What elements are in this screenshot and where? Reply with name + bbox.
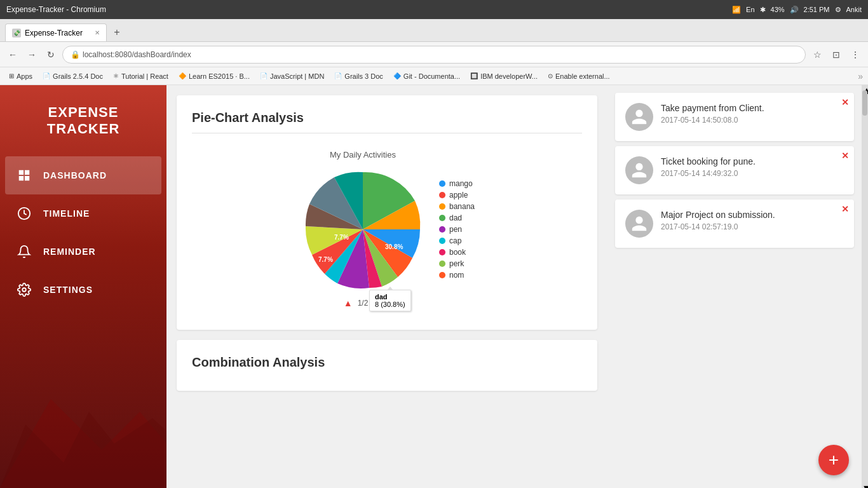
- pie-chart-title: Pie-Chart Analysis: [192, 111, 582, 133]
- bookmark-grails254-label: Grails 2.5.4 Doc: [53, 72, 103, 80]
- browser-titlebar: Expense-Tracker - Chromium 📶 En ✱ 43% 🔊 …: [0, 0, 868, 19]
- bookmark-mdn[interactable]: 📄 JavaScript | MDN: [256, 71, 328, 81]
- bookmark-mdn-label: JavaScript | MDN: [270, 72, 324, 80]
- titlebar-title: Expense-Tracker - Chromium: [6, 5, 106, 14]
- bookmarks-more[interactable]: »: [858, 71, 863, 81]
- new-tab-button[interactable]: +: [107, 24, 127, 41]
- address-bar[interactable]: 🔒 localhost:8080/dashBoard/index: [62, 46, 806, 64]
- legend-label-dad: dad: [449, 214, 462, 222]
- notification-close-3[interactable]: ✕: [841, 205, 849, 214]
- legend-label-apple: apple: [449, 191, 468, 200]
- tab-label: Expense-Tracker: [25, 29, 83, 37]
- browser-toolbar: ← → ↻ 🔒 localhost:8080/dashBoard/index ☆…: [0, 42, 868, 67]
- center-panel: Pie-Chart Analysis My Daily Activities: [166, 85, 607, 488]
- legend-dot-cap: [439, 238, 445, 244]
- pie-tooltip: dad 8 (30.8%): [369, 290, 411, 311]
- battery-indicator: 43%: [771, 6, 785, 13]
- legend-label-book: book: [449, 248, 466, 257]
- pie-chart-container: My Daily Activities: [192, 144, 582, 315]
- legend-dot-banana: [439, 203, 445, 210]
- bookmark-ibm[interactable]: 🔲 IBM developerW...: [466, 71, 541, 81]
- bookmark-es2015[interactable]: 🔶 Learn ES2015 · B...: [175, 71, 254, 81]
- notification-time-3: 2017-05-14 02:57:19.0: [661, 222, 844, 231]
- bookmark-git[interactable]: 🔷 Git - Documenta...: [390, 71, 464, 81]
- back-button[interactable]: ←: [5, 47, 20, 62]
- legend-dot-apple: [439, 192, 445, 198]
- bookmark-grails3[interactable]: 📄 Grails 3 Doc: [330, 71, 387, 81]
- legend-item-book: book: [439, 248, 475, 257]
- sidebar: EXPENSE TRACKER DASHBOARD TIMELINE: [0, 85, 166, 488]
- notification-time-2: 2017-05-14 14:49:32.0: [661, 169, 844, 178]
- legend-item-perk: perk: [439, 259, 475, 268]
- tab-close-button[interactable]: ✕: [95, 29, 100, 36]
- apps-icon: ⊞: [9, 72, 14, 79]
- legend-item-cap: cap: [439, 236, 475, 245]
- git-icon: 🔷: [393, 72, 401, 79]
- bookmark-star-button[interactable]: ☆: [810, 47, 825, 62]
- username: Ankit: [846, 6, 862, 13]
- bookmark-ibm-label: IBM developerW...: [480, 72, 538, 80]
- legend-item-pen: pen: [439, 225, 475, 234]
- grails3-icon: 📄: [334, 72, 342, 79]
- legend-dot-nom: [439, 272, 445, 278]
- legend-page: 1/2: [358, 299, 369, 308]
- legend-label-perk: perk: [449, 259, 464, 268]
- tooltip-value: 8 (30.8%): [375, 301, 405, 308]
- scroll-up-arrow[interactable]: ▲: [862, 85, 868, 88]
- forward-button[interactable]: →: [24, 47, 39, 62]
- sidebar-item-settings[interactable]: SETTINGS: [0, 271, 166, 309]
- reminder-label: REMINDER: [43, 247, 96, 257]
- bookmark-react[interactable]: ⚛ Tutorial | React: [109, 71, 172, 81]
- legend-prev-button[interactable]: ▲: [344, 298, 353, 308]
- titlebar-left: Expense-Tracker - Chromium: [6, 5, 106, 14]
- avatar-3: [625, 210, 653, 238]
- sidebar-item-timeline[interactable]: TIMELINE: [0, 194, 166, 233]
- legend-label-banana: banana: [449, 202, 475, 211]
- scroll-thumb[interactable]: [862, 90, 867, 116]
- legend-label-nom: nom: [449, 271, 464, 280]
- react-icon: ⚛: [113, 72, 119, 79]
- bookmark-grails254[interactable]: 📄 Grails 2.5.4 Doc: [39, 71, 107, 81]
- notification-card-1: ✕ Take payment from Client. 2017-05-14 1…: [615, 93, 854, 141]
- sound-icon: 🔊: [790, 6, 799, 14]
- pie-chart-svg: [299, 166, 426, 293]
- notification-body-3: Major Project on submission. 2017-05-14 …: [661, 210, 844, 231]
- settings-icon: ⚙: [835, 6, 841, 14]
- notification-title-3: Major Project on submission.: [661, 210, 844, 220]
- github-icon: ⊙: [548, 72, 553, 79]
- sidebar-item-dashboard[interactable]: DASHBOARD: [5, 156, 161, 194]
- notification-close-1[interactable]: ✕: [841, 98, 849, 107]
- fab-add-button[interactable]: +: [818, 445, 849, 475]
- bookmark-external[interactable]: ⊙ Enable external...: [544, 71, 614, 81]
- reload-button[interactable]: ↻: [43, 47, 58, 62]
- notification-close-2[interactable]: ✕: [841, 151, 849, 160]
- toolbar-right: ☆ ⊡ ⋮: [810, 47, 863, 62]
- legend-dot-dad: [439, 215, 445, 221]
- scroll-track[interactable]: ▲ ▼: [862, 85, 868, 488]
- notification-card-2: ✕ Ticket booking for pune. 2017-05-14 14…: [615, 146, 854, 194]
- legend-item-banana: banana: [439, 202, 475, 211]
- bookmark-react-label: Tutorial | React: [121, 72, 168, 80]
- doc-icon: 📄: [43, 72, 50, 79]
- ibm-icon: 🔲: [470, 72, 478, 79]
- app-container: EXPENSE TRACKER DASHBOARD TIMELINE: [0, 85, 868, 488]
- tab-favicon: 💸: [12, 29, 21, 37]
- browser-tabbar: 💸 Expense-Tracker ✕ +: [0, 19, 868, 42]
- legend-item-mango: mango: [439, 179, 475, 188]
- sidebar-item-reminder[interactable]: REMINDER: [0, 233, 166, 271]
- bell-icon: [15, 243, 33, 261]
- extensions-button[interactable]: ⊡: [829, 47, 844, 62]
- browser-menu-button[interactable]: ⋮: [848, 47, 863, 62]
- avatar-2: [625, 156, 653, 184]
- gear-icon: [15, 281, 33, 299]
- bookmark-apps[interactable]: ⊞ Apps: [5, 71, 36, 81]
- legend-item-nom: nom: [439, 271, 475, 280]
- url-text: localhost:8080/dashBoard/index: [83, 50, 191, 59]
- dashboard-icon: [15, 166, 33, 184]
- scroll-down-arrow[interactable]: ▼: [862, 483, 868, 485]
- bookmark-apps-label: Apps: [17, 72, 32, 80]
- active-tab[interactable]: 💸 Expense-Tracker ✕: [5, 24, 107, 41]
- sidebar-navigation: DASHBOARD TIMELINE REMINDER SETTINGS: [0, 150, 166, 488]
- wifi-icon: 📶: [732, 6, 741, 14]
- pie-chart-wrapper: My Daily Activities: [299, 150, 426, 308]
